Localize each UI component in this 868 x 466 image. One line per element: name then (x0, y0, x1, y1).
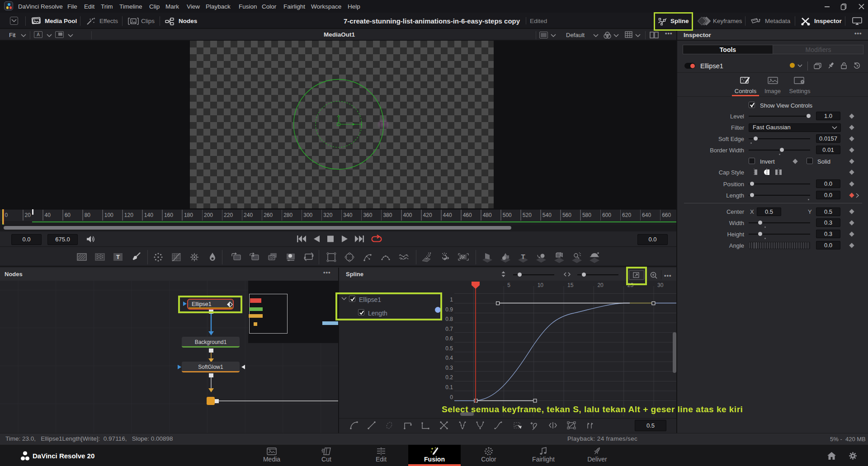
svg-text:0.7: 0.7 (445, 326, 453, 332)
svg-text:0.5: 0.5 (445, 345, 453, 352)
svg-text:5: 5 (507, 282, 510, 288)
svg-text:0.2: 0.2 (445, 374, 453, 381)
svg-text:0.3: 0.3 (445, 365, 453, 371)
svg-text:T: T (116, 254, 120, 260)
svg-text:T: T (521, 253, 525, 260)
svg-text:15: 15 (567, 282, 574, 288)
svg-text:0.6: 0.6 (445, 335, 453, 342)
svg-text:20: 20 (597, 282, 604, 288)
svg-text:0.8: 0.8 (445, 316, 453, 322)
svg-text:30: 30 (657, 282, 664, 288)
svg-text:0: 0 (450, 394, 453, 400)
svg-text:1: 1 (450, 297, 453, 303)
svg-text:0.4: 0.4 (445, 355, 453, 361)
svg-text:10: 10 (538, 282, 544, 288)
svg-text:0.1: 0.1 (445, 384, 453, 391)
svg-text:0.9: 0.9 (445, 306, 453, 313)
